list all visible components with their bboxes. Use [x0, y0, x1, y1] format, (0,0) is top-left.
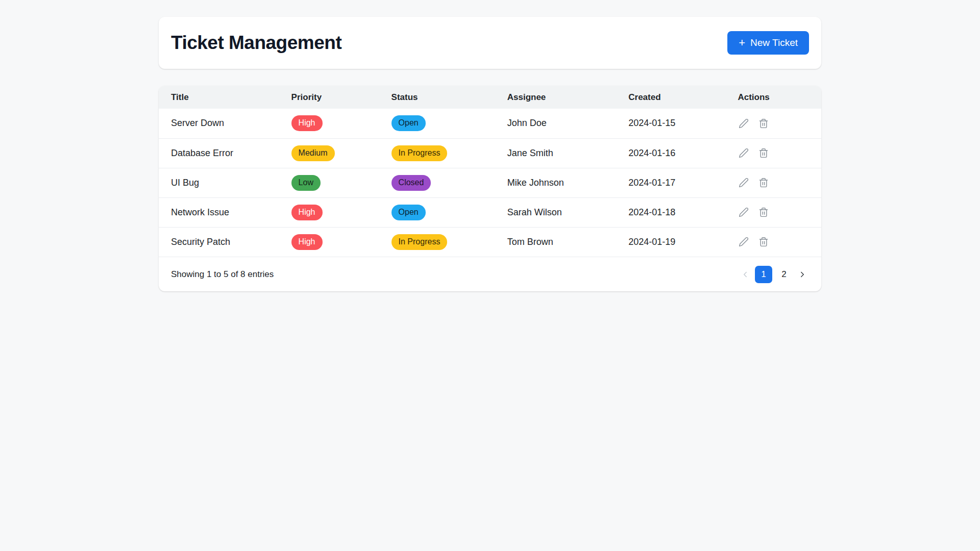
- ticket-created: 2024-01-17: [628, 168, 738, 197]
- plus-icon: +: [739, 37, 745, 48]
- ticket-created: 2024-01-16: [628, 138, 738, 168]
- trash-icon: [758, 148, 769, 158]
- ticket-assignee: Jane Smith: [507, 138, 629, 168]
- ticket-assignee: John Doe: [507, 109, 629, 138]
- pagination: 1 2: [739, 266, 809, 283]
- entries-summary: Showing 1 to 5 of 8 entries: [171, 269, 274, 280]
- priority-badge: High: [291, 234, 323, 250]
- status-badge: In Progress: [391, 234, 448, 250]
- ticket-created: 2024-01-15: [628, 109, 738, 138]
- header-card: Ticket Management + New Ticket: [159, 17, 821, 69]
- previous-page-button[interactable]: [739, 268, 752, 281]
- pencil-icon: [739, 207, 749, 217]
- page-title: Ticket Management: [171, 32, 341, 54]
- status-badge: Open: [391, 115, 426, 131]
- column-header-created: Created: [628, 86, 738, 109]
- status-badge: Open: [391, 205, 426, 220]
- edit-button[interactable]: [738, 117, 750, 130]
- trash-icon: [758, 118, 769, 129]
- ticket-assignee: Tom Brown: [507, 227, 629, 257]
- ticket-table-body: Server Down High Open John Doe 2024-01-1…: [159, 109, 821, 257]
- pagination-page[interactable]: 2: [775, 266, 793, 283]
- delete-button[interactable]: [757, 177, 770, 189]
- pencil-icon: [739, 178, 749, 188]
- trash-icon: [758, 178, 769, 188]
- trash-icon: [758, 237, 769, 247]
- delete-button[interactable]: [757, 117, 770, 130]
- priority-badge: Low: [291, 175, 321, 191]
- ticket-assignee: Sarah Wilson: [507, 197, 629, 227]
- pencil-icon: [739, 237, 749, 247]
- status-badge: Closed: [391, 175, 431, 191]
- table-header: Title Priority Status Assignee Created A…: [159, 86, 821, 109]
- pencil-icon: [739, 148, 749, 158]
- edit-button[interactable]: [738, 206, 750, 218]
- delete-button[interactable]: [757, 206, 770, 218]
- table-row: Server Down High Open John Doe 2024-01-1…: [159, 109, 821, 138]
- ticket-created: 2024-01-18: [628, 197, 738, 227]
- chevron-right-icon: [798, 270, 807, 279]
- page-container: Ticket Management + New Ticket Title Pri…: [159, 0, 821, 291]
- ticket-title: Security Patch: [159, 227, 291, 257]
- table-row: UI Bug Low Closed Mike Johnson 2024-01-1…: [159, 168, 821, 197]
- ticket-table-card: Title Priority Status Assignee Created A…: [159, 86, 821, 291]
- column-header-status: Status: [391, 86, 507, 109]
- ticket-assignee: Mike Johnson: [507, 168, 629, 197]
- pencil-icon: [739, 118, 749, 129]
- edit-button[interactable]: [738, 236, 750, 248]
- delete-button[interactable]: [757, 236, 770, 248]
- ticket-title: UI Bug: [159, 168, 291, 197]
- ticket-created: 2024-01-19: [628, 227, 738, 257]
- table-row: Database Error Medium In Progress Jane S…: [159, 138, 821, 168]
- edit-button[interactable]: [738, 177, 750, 189]
- table-row: Network Issue High Open Sarah Wilson 202…: [159, 197, 821, 227]
- ticket-table: Title Priority Status Assignee Created A…: [159, 86, 821, 257]
- new-ticket-button[interactable]: + New Ticket: [727, 31, 809, 55]
- trash-icon: [758, 207, 769, 217]
- ticket-title: Database Error: [159, 138, 291, 168]
- table-row: Security Patch High In Progress Tom Brow…: [159, 227, 821, 257]
- column-header-priority: Priority: [291, 86, 391, 109]
- edit-button[interactable]: [738, 147, 750, 159]
- next-page-button[interactable]: [796, 268, 809, 281]
- delete-button[interactable]: [757, 147, 770, 159]
- table-footer: Showing 1 to 5 of 8 entries 1 2: [159, 257, 821, 291]
- pagination-pages: 1 2: [755, 266, 793, 283]
- column-header-actions: Actions: [738, 86, 821, 109]
- ticket-title: Network Issue: [159, 197, 291, 227]
- column-header-title: Title: [159, 86, 291, 109]
- column-header-assignee: Assignee: [507, 86, 629, 109]
- new-ticket-label: New Ticket: [750, 37, 798, 48]
- priority-badge: Medium: [291, 145, 335, 161]
- priority-badge: High: [291, 205, 323, 220]
- priority-badge: High: [291, 115, 323, 131]
- status-badge: In Progress: [391, 145, 448, 161]
- chevron-left-icon: [741, 270, 750, 279]
- pagination-page[interactable]: 1: [755, 266, 772, 283]
- ticket-title: Server Down: [159, 109, 291, 138]
